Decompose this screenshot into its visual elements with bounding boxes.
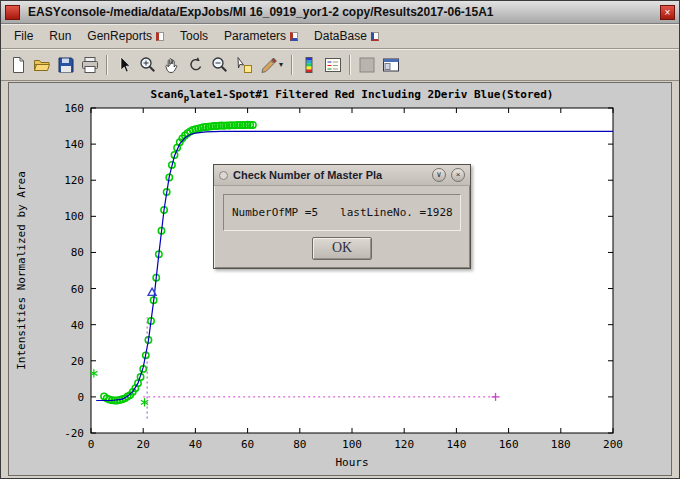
dialog-collapse-button[interactable]: ∨ [432, 168, 446, 182]
figure-area: 020406080100120140160180200-200204060801… [8, 82, 672, 476]
menu-label-database: DataBase [314, 29, 367, 43]
window-menu-button[interactable] [5, 5, 20, 20]
data-cursor-icon [235, 56, 253, 74]
menu-item-run[interactable]: Run [41, 26, 79, 46]
zoom-in-button[interactable] [136, 53, 160, 77]
zoom-in-icon [139, 56, 157, 74]
svg-text:100: 100 [342, 438, 362, 451]
print-button[interactable] [78, 53, 102, 77]
svg-text:160: 160 [64, 102, 84, 115]
blank-swatch-button[interactable] [355, 53, 379, 77]
dialog-message-numberofmp: NumberOfMP =5 [232, 206, 318, 219]
open-folder-icon [33, 56, 51, 74]
toolbar-separator [291, 55, 293, 75]
dialog-titlebar[interactable]: Check Number of Master Pla ∨ × [214, 165, 470, 186]
colorbar-icon [300, 56, 318, 74]
plot-tools-button[interactable] [379, 53, 403, 77]
new-file-button[interactable] [6, 53, 30, 77]
save-button[interactable] [54, 53, 78, 77]
blank-swatch-icon [358, 56, 376, 74]
chevron-down-icon[interactable]: ▾ [279, 61, 283, 69]
menu-item-parameters[interactable]: Parameters [216, 26, 306, 46]
dialog-status-icon [219, 171, 228, 180]
svg-text:200: 200 [603, 438, 623, 451]
genreports-menu-icon [156, 32, 164, 41]
menu-item-genreports[interactable]: GenReports [79, 26, 172, 46]
svg-text:140: 140 [446, 438, 466, 451]
svg-text:120: 120 [394, 438, 414, 451]
menu-item-tools[interactable]: Tools [172, 26, 216, 46]
check-number-dialog: Check Number of Master Pla ∨ × NumberOfM… [213, 164, 471, 269]
svg-text:120: 120 [64, 174, 84, 187]
svg-text:40: 40 [189, 438, 202, 451]
figure-toolbar: ▾ [1, 49, 679, 81]
window-title: EASYconsole-/media/data/ExpJobs/MI 16_09… [28, 5, 660, 19]
svg-text:100: 100 [64, 210, 84, 223]
svg-text:180: 180 [551, 438, 571, 451]
svg-text:0: 0 [77, 391, 84, 404]
printer-icon [81, 56, 99, 74]
menu-label-parameters: Parameters [224, 29, 286, 43]
menu-item-database[interactable]: DataBase [306, 26, 387, 46]
database-menu-icon [371, 32, 379, 41]
legend-icon [324, 56, 342, 74]
floppy-disk-icon [57, 56, 75, 74]
hand-icon [163, 56, 181, 74]
chart-svg: 020406080100120140160180200-200204060801… [9, 83, 672, 476]
dialog-title: Check Number of Master Pla [233, 169, 427, 181]
menubar: File Run GenReports Tools Parameters Dat… [1, 24, 679, 49]
menu-label-run: Run [49, 29, 71, 43]
svg-text:20: 20 [71, 355, 84, 368]
svg-text:Scan6plate1-Spot#1 Filtered Re: Scan6plate1-Spot#1 Filtered Red Includin… [151, 88, 554, 103]
svg-text:80: 80 [71, 246, 84, 259]
app-window: EASYconsole-/media/data/ExpJobs/MI 16_09… [0, 0, 680, 479]
svg-text:160: 160 [499, 438, 519, 451]
dialog-close-button[interactable]: × [451, 168, 465, 182]
new-file-icon [9, 56, 27, 74]
figure-window-icon [382, 56, 400, 74]
open-file-button[interactable] [30, 53, 54, 77]
svg-text:140: 140 [64, 138, 84, 151]
insert-colorbar-button[interactable] [297, 53, 321, 77]
window-close-button[interactable]: × [660, 5, 675, 20]
svg-text:80: 80 [293, 438, 306, 451]
svg-text:-20: -20 [64, 427, 84, 440]
menu-label-genreports: GenReports [87, 29, 152, 43]
svg-text:Hours: Hours [335, 456, 368, 469]
svg-text:40: 40 [71, 319, 84, 332]
dialog-ok-button[interactable]: OK [312, 237, 372, 260]
brush-icon [260, 56, 278, 74]
zoom-out-icon [211, 56, 229, 74]
svg-text:60: 60 [241, 438, 254, 451]
toolbar-separator [349, 55, 351, 75]
toolbar-separator [106, 55, 108, 75]
menu-item-file[interactable]: File [6, 26, 41, 46]
pan-button[interactable] [160, 53, 184, 77]
brush-button[interactable]: ▾ [256, 53, 287, 77]
rotate-icon [187, 56, 205, 74]
zoom-out-button[interactable] [208, 53, 232, 77]
data-cursor-button[interactable] [232, 53, 256, 77]
svg-text:60: 60 [71, 283, 84, 296]
window-titlebar[interactable]: EASYconsole-/media/data/ExpJobs/MI 16_09… [1, 1, 679, 24]
dialog-message: NumberOfMP =5 lastLineNo. =1928 [223, 194, 461, 231]
parameters-menu-icon [290, 32, 298, 41]
menu-label-file: File [14, 29, 33, 43]
svg-text:20: 20 [137, 438, 150, 451]
svg-text:0: 0 [88, 438, 95, 451]
edit-pointer-button[interactable] [112, 53, 136, 77]
insert-legend-button[interactable] [321, 53, 345, 77]
dialog-message-lastlineno: lastLineNo. =1928 [340, 206, 453, 219]
rotate-3d-button[interactable] [184, 53, 208, 77]
pointer-arrow-icon [115, 56, 133, 74]
svg-text:Intensities Normalized by Area: Intensities Normalized by Area [15, 171, 28, 370]
menu-label-tools: Tools [180, 29, 208, 43]
